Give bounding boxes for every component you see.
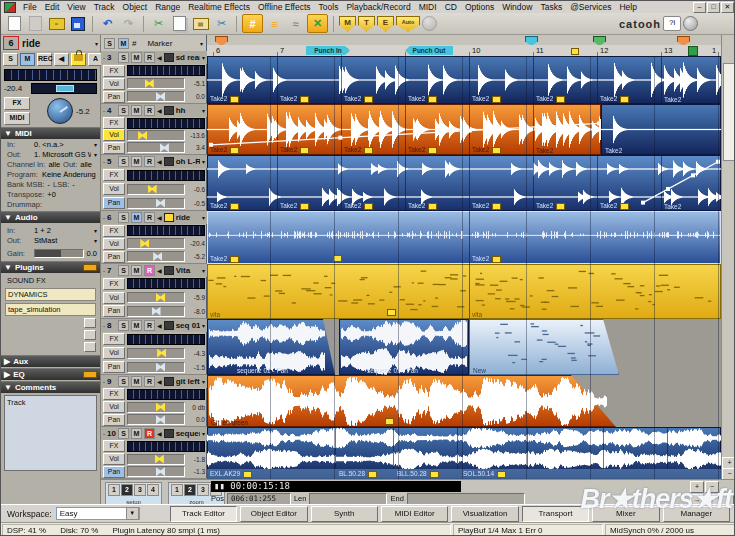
chevron-down-icon[interactable]: ▾	[202, 322, 205, 329]
mute-button[interactable]: M	[131, 105, 142, 116]
arrange-row-sequenz2[interactable]: EXL.AK29 BL.50.28 BLL.50.28 SOL.50.14	[207, 427, 721, 479]
midi-channel-in[interactable]: alle	[48, 160, 60, 169]
object-fx-icon[interactable]	[387, 309, 396, 316]
chevron-down-icon[interactable]: ▾	[202, 378, 205, 385]
comments-box[interactable]: Track	[4, 395, 97, 471]
chevron-down-icon[interactable]: ▾	[95, 40, 98, 47]
volume-fader[interactable]	[31, 83, 97, 94]
track-title-row[interactable]: -5SMR◀oh L-R▾	[101, 155, 207, 168]
import-audio-icon[interactable]: ≈	[47, 15, 66, 32]
solo-button[interactable]: S	[118, 212, 129, 223]
zoom-3-button[interactable]: 3	[197, 484, 209, 496]
device-icon[interactable]	[164, 53, 174, 62]
chevron-down-icon[interactable]: ▾	[202, 430, 205, 437]
collapse-icon[interactable]: -	[103, 55, 105, 61]
scrollbar-thumb[interactable]	[723, 63, 735, 161]
volume-slider[interactable]	[127, 130, 185, 141]
synth-button[interactable]: Synth	[311, 506, 378, 522]
device-icon[interactable]	[164, 429, 174, 438]
master-mute-button[interactable]: M	[118, 38, 129, 49]
minimize-button[interactable]: –	[693, 2, 706, 13]
volume-slider[interactable]	[127, 238, 185, 249]
volume-slider[interactable]	[127, 184, 185, 195]
arrange-row-git-left[interactable]: Git left green	[207, 375, 721, 427]
mute-button[interactable]: M	[131, 212, 142, 223]
device-icon[interactable]	[164, 106, 174, 115]
audio-section-header[interactable]: ▼Audio	[1, 211, 100, 223]
vol-button[interactable]: Vol	[103, 129, 125, 141]
track-name[interactable]: oh L-R	[176, 157, 200, 166]
eq-section-header[interactable]: ▶EQ	[1, 368, 100, 380]
fx-button[interactable]: FX	[103, 278, 125, 290]
volume-slider[interactable]	[127, 348, 185, 359]
menu-help[interactable]: Help	[615, 2, 640, 12]
record-button[interactable]: R	[144, 105, 155, 116]
audio-out-value[interactable]: StMast	[34, 236, 57, 245]
track-title-row[interactable]: -6SMR◀ride▾	[101, 211, 207, 224]
loop-end-marker[interactable]	[688, 46, 698, 56]
record-button[interactable]: R	[144, 265, 155, 276]
speaker-icon[interactable]: ◀	[157, 267, 162, 274]
midi-out-value[interactable]: 1. Microsoft GS Wa	[34, 150, 91, 159]
mute-mode-icon[interactable]: M	[339, 16, 356, 32]
plugin-slot-empty[interactable]	[84, 318, 96, 328]
speaker-icon[interactable]: ◀	[157, 322, 162, 329]
speaker-icon[interactable]: ◀	[157, 158, 162, 165]
collapse-icon[interactable]: -	[103, 108, 105, 114]
track-title-row[interactable]: -7SMR◀Vita▾	[101, 264, 207, 277]
workspace-select[interactable]: Easy▼	[56, 507, 140, 520]
chevron-down-icon[interactable]: ▾	[202, 158, 205, 165]
volume-slider[interactable]	[127, 402, 185, 413]
pan-button[interactable]: Pan	[103, 361, 125, 373]
copy-icon[interactable]	[170, 15, 189, 32]
chevron-down-icon[interactable]: ▾	[94, 237, 97, 244]
menu-window[interactable]: Window	[498, 2, 536, 12]
vol-button[interactable]: Vol	[103, 453, 125, 465]
fx-button[interactable]: FX	[4, 97, 30, 110]
mute-button[interactable]: M	[131, 265, 142, 276]
object-editor-button[interactable]: Object Editor	[240, 506, 307, 522]
device-icon[interactable]	[164, 157, 174, 166]
marker-label[interactable]: Marker	[147, 39, 172, 48]
midi-channel-out[interactable]: alle	[80, 160, 92, 169]
plugin-slot-soundfx[interactable]: SOUND FX	[5, 275, 96, 286]
track-name[interactable]: hh	[176, 106, 200, 115]
pan-slider[interactable]	[127, 306, 185, 317]
vertical-scrollbar[interactable]: + −	[721, 35, 735, 479]
mute-button[interactable]: M	[131, 52, 142, 63]
speaker-icon[interactable]: ◀	[157, 430, 162, 437]
comments-section-header[interactable]: ▼Comments	[1, 381, 100, 393]
record-button[interactable]: R	[144, 320, 155, 331]
chevron-down-icon[interactable]: ▾	[202, 214, 205, 221]
vol-button[interactable]: Vol	[103, 401, 125, 413]
pos-value[interactable]: 006:01:255	[227, 493, 291, 505]
track-name[interactable]: ride	[176, 213, 200, 222]
pan-slider[interactable]	[127, 466, 185, 477]
len-value[interactable]	[309, 493, 387, 505]
chevron-down-icon[interactable]: ▾	[94, 151, 97, 158]
setup-2-button[interactable]: 2	[121, 484, 133, 496]
object-fx-icon[interactable]	[333, 255, 342, 262]
fx-button[interactable]: FX	[103, 225, 125, 237]
track-list-entry[interactable]: -9SMR◀git left▾FXVol0 dbPan0.0	[101, 375, 207, 427]
track-name[interactable]: seq 01	[176, 321, 200, 330]
speaker-icon[interactable]: ◀	[157, 378, 162, 385]
mute-button[interactable]: M	[131, 428, 142, 439]
device-icon[interactable]	[164, 266, 174, 275]
end-value[interactable]	[407, 493, 525, 505]
speaker-icon[interactable]: ◀	[157, 54, 162, 61]
track-list-entry[interactable]: -3SMR◀sd rear▾FXVol-5.1Pan0.0	[101, 51, 207, 104]
solo-button[interactable]: S	[118, 265, 129, 276]
collapse-icon[interactable]: -	[103, 268, 105, 274]
menu-playback-record[interactable]: Playback/Record	[342, 2, 414, 12]
pan-knob[interactable]	[47, 98, 73, 124]
solo-button[interactable]: S	[118, 105, 129, 116]
pan-button[interactable]: Pan	[103, 414, 125, 426]
arrange-row-oh[interactable]: Take2 Take2 Take2 Take2 Take2 Take2 Take…	[207, 155, 721, 211]
midi-section-header[interactable]: ▼MIDI	[1, 127, 100, 139]
device-icon[interactable]	[164, 377, 174, 386]
midi-button[interactable]: MIDI	[4, 112, 30, 125]
pan-button[interactable]: Pan	[103, 197, 125, 209]
pan-slider[interactable]	[127, 198, 185, 209]
pan-slider[interactable]	[127, 362, 185, 373]
